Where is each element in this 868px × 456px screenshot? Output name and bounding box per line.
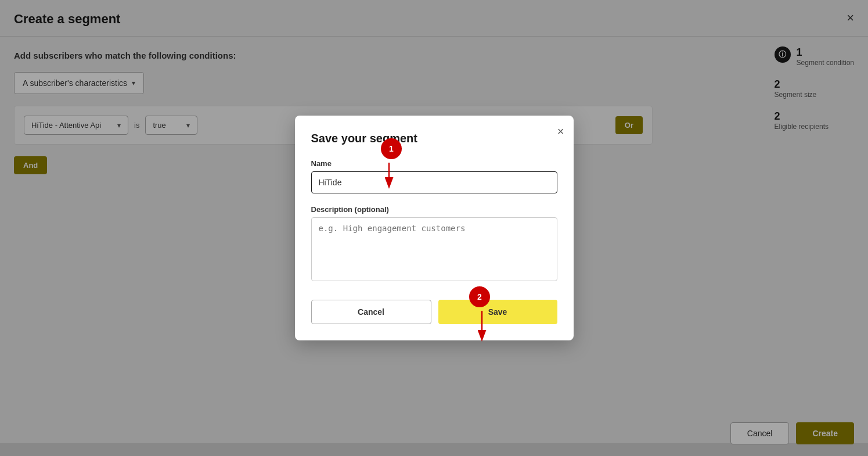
modal-title: Save your segment: [311, 132, 557, 145]
annotation-arrow-1: [383, 160, 418, 189]
name-field-label: Name: [311, 159, 557, 168]
modal-footer: Cancel Save: [311, 300, 557, 324]
annotation-arrow-2: [476, 308, 511, 343]
description-textarea[interactable]: [311, 217, 557, 281]
save-segment-modal: Save your segment × Name Description (op…: [295, 116, 574, 340]
modal-close-button[interactable]: ×: [557, 125, 564, 138]
name-input[interactable]: [311, 171, 557, 193]
annotation-circle-2: 2: [469, 286, 490, 307]
modal-overlay: Save your segment × Name Description (op…: [0, 0, 868, 456]
modal-cancel-button[interactable]: Cancel: [311, 300, 431, 324]
description-field-label: Description (optional): [311, 205, 557, 214]
annotation-circle-1: 1: [381, 138, 402, 159]
